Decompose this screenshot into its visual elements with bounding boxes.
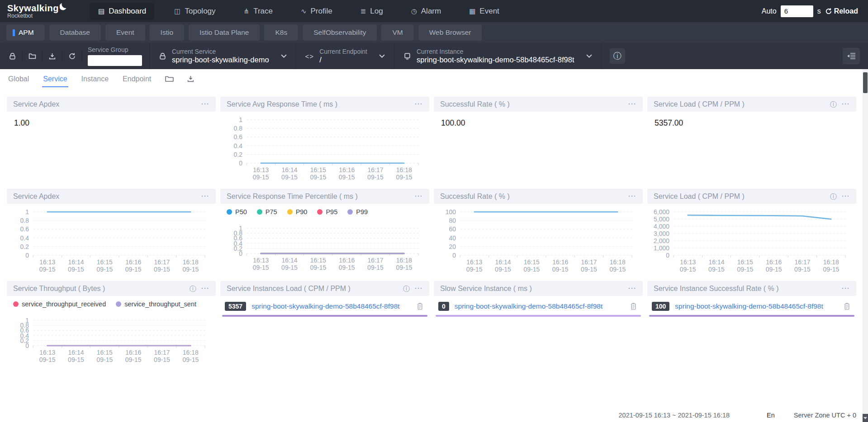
more-menu-icon[interactable]: ⋯	[628, 101, 636, 108]
svg-text:16:18: 16:18	[396, 257, 412, 264]
current-instance-label: Current Instance	[417, 48, 574, 55]
more-menu-icon[interactable]: ⋯	[628, 193, 636, 200]
svg-text:09-15: 09-15	[708, 266, 725, 273]
legend-item-service-throughput-sent[interactable]: service_throughput_sent	[116, 300, 196, 308]
line-chart: 10.80.60.40.2016:1309-1516:1409-1516:150…	[220, 216, 429, 274]
collapse-panel-button[interactable]	[843, 48, 860, 64]
dashboard-tab-vm[interactable]: VM	[381, 24, 413, 41]
svg-text:09-15: 09-15	[339, 264, 355, 271]
dashboard-tab-selfobservability[interactable]: SelfObservability	[303, 24, 377, 41]
tab-instance[interactable]: Instance	[81, 71, 109, 87]
legend-item-service-throughput-received[interactable]: service_throughput_received	[13, 300, 106, 308]
tab-global[interactable]: Global	[7, 71, 30, 87]
more-menu-icon[interactable]: ⋯	[201, 285, 209, 292]
svg-text:09-15: 09-15	[154, 356, 170, 363]
nav-item-topology[interactable]: ◫Topology	[166, 3, 223, 20]
service-group-input[interactable]	[88, 55, 142, 66]
legend-item-p50[interactable]: P50	[227, 208, 247, 216]
scrollbar-thumb[interactable]	[863, 72, 868, 93]
info-icon[interactable]: ⓘ	[403, 285, 410, 292]
svg-text:09-15: 09-15	[125, 266, 142, 273]
timezone-control[interactable]: Server Zone UTC + 0	[794, 412, 856, 419]
collapse-panel-icon	[847, 52, 856, 60]
instance-link[interactable]: spring-boot-skywalking-demo-58b48465cf-8…	[455, 302, 602, 310]
dashboard-tab-k8s[interactable]: K8s	[264, 24, 298, 41]
more-menu-icon[interactable]: ⋯	[841, 193, 850, 200]
chevron-down-icon	[379, 54, 385, 58]
scrollbar-down-button[interactable]	[863, 414, 868, 422]
refresh-button[interactable]	[62, 52, 82, 60]
nav-item-alarm[interactable]: ◷Alarm	[403, 3, 450, 20]
legend-item-p99[interactable]: P99	[347, 208, 368, 216]
instance-link[interactable]: spring-boot-skywalking-demo-58b48465cf-8…	[251, 302, 399, 310]
svg-text:09-15: 09-15	[39, 266, 56, 273]
folder-button[interactable]	[23, 52, 42, 60]
copy-button[interactable]	[843, 303, 851, 310]
metric-value: 5357.00	[647, 112, 856, 135]
reload-button[interactable]: Reload	[825, 7, 858, 15]
svg-text:09-15: 09-15	[396, 173, 412, 181]
dashboard-tab-database[interactable]: Database	[49, 24, 101, 41]
more-menu-icon[interactable]: ⋯	[201, 193, 209, 200]
legend-item-p75[interactable]: P75	[257, 208, 277, 216]
dashboard-tab-apm[interactable]: APM	[6, 24, 45, 41]
more-menu-icon[interactable]: ⋯	[414, 285, 423, 292]
dashboard-tab-istio-data-plane[interactable]: Istio Data Plane	[189, 24, 260, 41]
dashboard-tab-event[interactable]: Event	[105, 24, 145, 41]
language-toggle[interactable]: En	[767, 412, 775, 419]
export-button[interactable]	[187, 75, 194, 83]
auto-interval-input[interactable]	[781, 5, 813, 17]
export-icon	[187, 75, 194, 83]
more-menu-icon[interactable]: ⋯	[841, 101, 850, 108]
info-icon[interactable]: ⓘ	[610, 48, 625, 64]
lock-button[interactable]	[3, 52, 22, 60]
nav-item-label: Trace	[253, 7, 273, 16]
dashboard-grid: Service Apdex⋯1.00Service Avg Response T…	[7, 97, 856, 370]
current-service-select[interactable]: Current Service spring-boot-skywalking-d…	[151, 48, 295, 64]
time-range-picker[interactable]: 2021-09-15 16:13 ~ 2021-09-15 16:18	[619, 412, 730, 419]
svg-text:16:13: 16:13	[466, 258, 482, 266]
dashboard-tab-istio[interactable]: Istio	[150, 24, 184, 41]
app-logo[interactable]: Skywalking Rocketbot	[7, 4, 66, 19]
main-nav: ▤Dashboard◫Topology⋔Trace∿Profile≣Log◷Al…	[90, 3, 508, 20]
copy-button[interactable]	[630, 303, 637, 310]
tab-endpoint[interactable]: Endpoint	[122, 71, 152, 87]
nav-item-trace[interactable]: ⋔Trace	[236, 3, 281, 20]
more-menu-icon[interactable]: ⋯	[628, 285, 636, 292]
svg-text:09-15: 09-15	[823, 266, 839, 273]
tab-service[interactable]: Service	[42, 71, 68, 87]
nav-item-log[interactable]: ≣Log	[352, 3, 391, 20]
current-endpoint-select[interactable]: <> Current Endpoint /	[297, 48, 393, 64]
svg-text:16:13: 16:13	[39, 349, 55, 356]
download-button[interactable]	[43, 52, 62, 60]
folder-open-button[interactable]	[165, 75, 174, 82]
service-group-label: Service Group	[88, 46, 142, 53]
nav-item-dashboard[interactable]: ▤Dashboard	[90, 3, 154, 20]
current-instance-select[interactable]: Current Instance spring-boot-skywalking-…	[395, 48, 600, 64]
card-successful-rate-chart: Successful Rate ( % )⋯10080604020016:130…	[434, 189, 643, 277]
instance-link[interactable]: spring-boot-skywalking-demo-58b48465cf-8…	[675, 302, 823, 310]
svg-text:16:14: 16:14	[68, 349, 84, 356]
dashboard-tab-web-browser[interactable]: Web Browser	[418, 24, 482, 41]
info-icon[interactable]: ⓘ	[190, 285, 196, 292]
vertical-scrollbar[interactable]	[863, 69, 868, 422]
copy-button[interactable]	[416, 303, 424, 310]
more-menu-icon[interactable]: ⋯	[841, 285, 850, 292]
svg-text:16:16: 16:16	[125, 349, 141, 356]
dashboard-tab-label: APM	[19, 28, 34, 37]
card-header: Service Avg Response Time ( ms )⋯	[220, 97, 429, 112]
card-header: Service Throughput ( Bytes )ⓘ⋯	[7, 281, 216, 296]
dashboard-template-tabs: APMDatabaseEventIstioIstio Data PlaneK8s…	[0, 22, 868, 43]
legend-item-p95[interactable]: P95	[317, 208, 337, 216]
more-menu-icon[interactable]: ⋯	[414, 193, 423, 200]
info-icon[interactable]: ⓘ	[830, 193, 837, 200]
info-icon[interactable]: ⓘ	[830, 101, 837, 108]
more-menu-icon[interactable]: ⋯	[414, 101, 423, 108]
more-menu-icon[interactable]: ⋯	[201, 101, 209, 108]
card-title: Service Instance Successful Rate ( % )	[654, 285, 779, 293]
nav-item-event[interactable]: ▦Event	[461, 3, 508, 20]
chevron-down-icon	[281, 54, 287, 58]
legend-item-p90[interactable]: P90	[287, 208, 308, 216]
nav-item-profile[interactable]: ∿Profile	[293, 3, 341, 20]
svg-text:0: 0	[666, 252, 669, 259]
